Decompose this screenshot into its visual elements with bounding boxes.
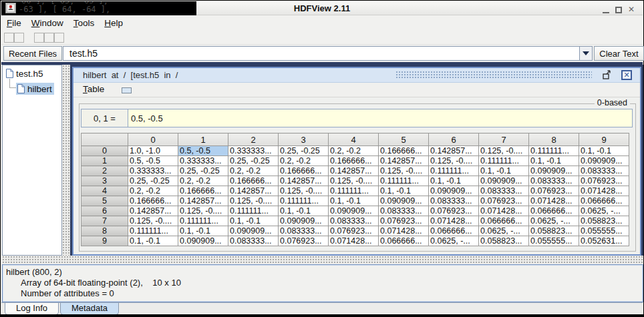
- cell-6-7[interactable]: 0.071428...: [479, 206, 529, 216]
- cell-1-2[interactable]: 0.25, -0.25: [228, 156, 279, 166]
- column-header-2[interactable]: 2: [228, 133, 279, 146]
- cell-8-5[interactable]: 0.071428...: [379, 226, 429, 236]
- column-header-3[interactable]: 3: [279, 133, 329, 146]
- cell-3-5[interactable]: 0.111111...: [379, 176, 429, 186]
- cell-7-2[interactable]: 0.1, -0.1: [228, 216, 279, 226]
- cell-4-3[interactable]: 0.125, -0....: [279, 186, 329, 196]
- cell-2-3[interactable]: 0.166666...: [279, 166, 329, 176]
- cell-1-9[interactable]: 0.090909...: [579, 156, 629, 166]
- cell-7-9[interactable]: 0.058823...: [579, 216, 629, 226]
- cell-0-5[interactable]: 0.166666...: [379, 146, 429, 156]
- column-header-8[interactable]: 8: [529, 133, 579, 146]
- cell-9-5[interactable]: 0.066666...: [379, 236, 429, 246]
- cell-6-5[interactable]: 0.083333...: [379, 206, 429, 216]
- cell-4-0[interactable]: 0.2, -0.2: [128, 186, 178, 196]
- cell-1-8[interactable]: 0.1, -0.1: [529, 156, 579, 166]
- row-header-7[interactable]: 7: [82, 216, 128, 226]
- cell-3-0[interactable]: 0.25, -0.25: [128, 176, 178, 186]
- clear-text-button[interactable]: Clear Text: [594, 46, 644, 61]
- cell-1-6[interactable]: 0.125, -0....: [429, 156, 479, 166]
- cell-4-5[interactable]: 0.1, -0.1: [379, 186, 429, 196]
- toolbar-button-3[interactable]: [34, 33, 44, 43]
- menu-file[interactable]: File: [7, 18, 21, 28]
- row-header-6[interactable]: 6: [82, 206, 128, 216]
- cell-2-9[interactable]: 0.083333...: [579, 166, 629, 176]
- cell-8-7[interactable]: 0.0625, -...: [479, 226, 529, 236]
- cell-7-3[interactable]: 0.090909...: [279, 216, 329, 226]
- cell-3-9[interactable]: 0.076923...: [579, 176, 629, 186]
- cell-5-5[interactable]: 0.090909...: [379, 196, 429, 206]
- row-header-3[interactable]: 3: [82, 176, 128, 186]
- row-header-1[interactable]: 1: [82, 156, 128, 166]
- cell-7-4[interactable]: 0.083333...: [329, 216, 379, 226]
- cell-9-6[interactable]: 0.0625, -...: [429, 236, 479, 246]
- cell-5-0[interactable]: 0.166666...: [128, 196, 178, 206]
- cell-4-9[interactable]: 0.071428...: [579, 186, 629, 196]
- frame-close-icon[interactable]: ✕: [621, 70, 632, 80]
- cell-5-8[interactable]: 0.071428...: [529, 196, 579, 206]
- cell-1-7[interactable]: 0.111111...: [479, 156, 529, 166]
- table-corner-header[interactable]: [82, 133, 128, 146]
- column-header-5[interactable]: 5: [379, 133, 429, 146]
- cell-8-1[interactable]: 0.1, -0.1: [178, 226, 228, 236]
- column-header-1[interactable]: 1: [178, 133, 228, 146]
- cell-9-9[interactable]: 0.052631...: [579, 236, 629, 246]
- cell-0-2[interactable]: 0.333333...: [228, 146, 279, 156]
- cell-3-3[interactable]: 0.142857...: [279, 176, 329, 186]
- menu-help[interactable]: Help: [104, 18, 123, 28]
- toolbar-button-1[interactable]: [4, 33, 14, 43]
- filename-value[interactable]: test.h5: [63, 47, 592, 60]
- cell-6-6[interactable]: 0.076923...: [429, 206, 479, 216]
- cell-5-6[interactable]: 0.083333...: [429, 196, 479, 206]
- tree-item-root-file[interactable]: test.h5: [5, 68, 43, 79]
- cell-8-6[interactable]: 0.066666...: [429, 226, 479, 236]
- cell-7-8[interactable]: 0.0625, -...: [529, 216, 579, 226]
- cell-4-2[interactable]: 0.142857...: [228, 186, 279, 196]
- cell-1-5[interactable]: 0.142857...: [379, 156, 429, 166]
- toolbar-button-5[interactable]: [54, 33, 64, 43]
- cell-3-6[interactable]: 0.1, -0.1: [429, 176, 479, 186]
- cell-5-4[interactable]: 0.1, -0.1: [329, 196, 379, 206]
- column-header-0[interactable]: 0: [128, 133, 178, 146]
- row-header-8[interactable]: 8: [82, 226, 128, 236]
- table-menu[interactable]: Table: [83, 84, 104, 94]
- cell-5-7[interactable]: 0.076923...: [479, 196, 529, 206]
- cell-9-0[interactable]: 0.1, -0.1: [128, 236, 178, 246]
- toolbar-button-2[interactable]: [14, 33, 24, 43]
- cell-6-3[interactable]: 0.1, -0.1: [279, 206, 329, 216]
- cell-3-4[interactable]: 0.125, -0....: [329, 176, 379, 186]
- cell-4-7[interactable]: 0.083333...: [479, 186, 529, 196]
- cell-9-2[interactable]: 0.083333...: [228, 236, 279, 246]
- cell-1-0[interactable]: 0.5, -0.5: [128, 156, 178, 166]
- toolbar-button-4[interactable]: [44, 33, 54, 43]
- cell-value-input[interactable]: 0.5, -0.5: [128, 109, 632, 127]
- column-header-4[interactable]: 4: [329, 133, 379, 146]
- cell-5-3[interactable]: 0.111111...: [279, 196, 329, 206]
- tree-item-dataset-hilbert[interactable]: hilbert: [16, 83, 54, 95]
- cell-7-6[interactable]: 0.071428...: [429, 216, 479, 226]
- cell-9-1[interactable]: 0.090909...: [178, 236, 228, 246]
- cell-6-8[interactable]: 0.066666...: [529, 206, 579, 216]
- cell-3-1[interactable]: 0.2, -0.2: [178, 176, 228, 186]
- cell-1-3[interactable]: 0.2, -0.2: [279, 156, 329, 166]
- cell-6-1[interactable]: 0.125, -0....: [178, 206, 228, 216]
- frame-restore-icon[interactable]: [601, 70, 612, 80]
- row-header-2[interactable]: 2: [82, 166, 128, 176]
- row-header-4[interactable]: 4: [82, 186, 128, 196]
- cell-7-5[interactable]: 0.076923...: [379, 216, 429, 226]
- minimize-icon[interactable]: [603, 5, 609, 13]
- cell-3-2[interactable]: 0.166666...: [228, 176, 279, 186]
- cell-2-6[interactable]: 0.111111...: [429, 166, 479, 176]
- cell-0-8[interactable]: 0.111111...: [529, 146, 579, 156]
- close-icon[interactable]: ✕: [628, 5, 635, 14]
- cell-2-0[interactable]: 0.333333...: [128, 166, 178, 176]
- cell-9-3[interactable]: 0.076923...: [279, 236, 329, 246]
- cell-4-6[interactable]: 0.090909...: [429, 186, 479, 196]
- cell-8-4[interactable]: 0.076923...: [329, 226, 379, 236]
- maximize-icon[interactable]: [615, 7, 622, 13]
- cell-2-1[interactable]: 0.25, -0.25: [178, 166, 228, 176]
- cell-0-1[interactable]: 0.5, -0.5: [178, 146, 228, 156]
- cell-5-9[interactable]: 0.066666...: [579, 196, 629, 206]
- cell-7-7[interactable]: 0.066666...: [479, 216, 529, 226]
- cell-1-4[interactable]: 0.166666...: [329, 156, 379, 166]
